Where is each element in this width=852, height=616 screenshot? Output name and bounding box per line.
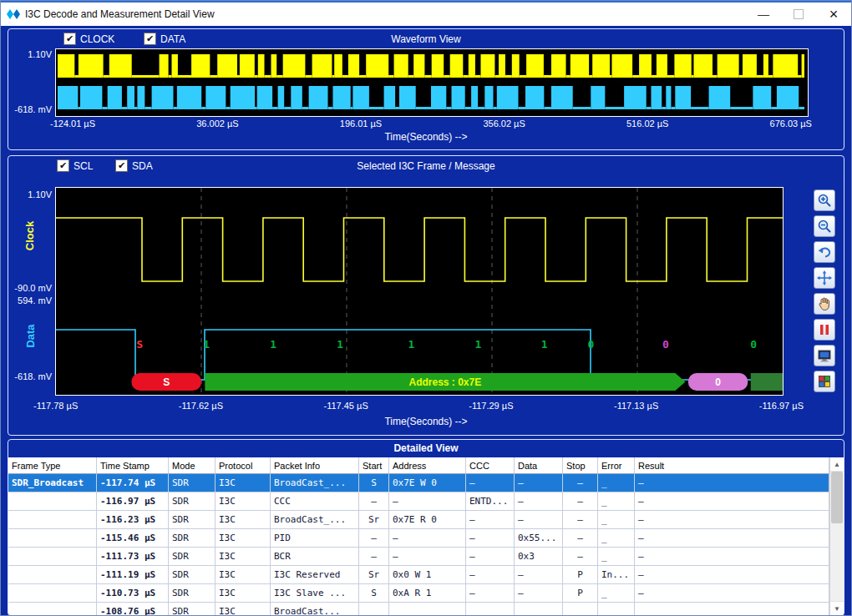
time-tick-label: 196.01 µS: [340, 119, 382, 129]
clock-top-label: 1.10V: [10, 189, 52, 199]
table-row[interactable]: -111.73 µSSDRI3CBCR–––0x3–_–: [8, 548, 829, 566]
clock-checkbox[interactable]: ✔ CLOCK: [63, 33, 114, 45]
title-bar: I3C Decode and Measurement Detail View —…: [1, 1, 851, 26]
bit-annotation: 1: [203, 338, 210, 351]
table-cell: _: [598, 511, 635, 529]
checkbox-checked-icon: ✔: [57, 159, 69, 172]
table-cell: I3C: [216, 603, 271, 615]
time-tick-label: -117.45 µS: [324, 401, 368, 411]
scl-checkbox[interactable]: ✔ SCL: [57, 159, 93, 172]
table-row[interactable]: -108.76 µSSDRI3CBroadCast...: [8, 603, 829, 615]
bit-annotation: 0: [750, 338, 757, 351]
table-cell: -111.73 µS: [97, 548, 169, 566]
table-cell: SDR: [169, 492, 216, 511]
table-cell: [515, 603, 563, 615]
decode-segment-label: S: [163, 376, 170, 388]
table-cell: –: [563, 529, 598, 548]
table-cell: _: [598, 584, 635, 603]
maximize-icon: [794, 9, 804, 19]
table-cell: In...: [598, 566, 635, 584]
table-cell: –: [635, 492, 829, 511]
data-checkbox[interactable]: ✔ DATA: [144, 33, 185, 45]
decode-segment[interactable]: [751, 373, 783, 391]
sda-checkbox[interactable]: ✔ SDA: [115, 159, 153, 172]
column-header: Stop: [563, 457, 598, 474]
scroll-up-button[interactable]: ▲: [830, 457, 844, 472]
table-cell: SDR: [169, 474, 216, 492]
table-scrollbar[interactable]: ▲ ▼: [829, 457, 844, 615]
time-tick-label: 36.002 µS: [196, 119, 238, 129]
time-tick-label: -117.29 µS: [469, 401, 513, 411]
table-row[interactable]: -110.73 µSSDRI3CI3C Slave ...S0xA R 1––P…: [8, 584, 829, 603]
decode-segment-label: 0: [715, 376, 721, 388]
decode-table: Frame TypeTime StampModeProtocolPacket I…: [8, 457, 829, 615]
bit-annotation: 1: [408, 338, 414, 351]
screenshot-button[interactable]: [814, 345, 835, 366]
app-window: I3C Decode and Measurement Detail View —…: [0, 0, 852, 616]
time-tick-label: -117.78 µS: [33, 401, 78, 411]
table-row[interactable]: -115.46 µSSDRI3CPID–––0x55...–_–: [8, 529, 829, 548]
bit-annotation: 1: [541, 338, 548, 351]
table-cell: _: [598, 474, 635, 492]
table-cell: P: [563, 566, 598, 584]
undo-icon: [817, 245, 832, 260]
minimize-button[interactable]: —: [746, 3, 781, 26]
data-top-label: 594. mV: [10, 295, 52, 305]
table-cell: [8, 603, 97, 615]
table-cell: I3C: [216, 492, 271, 511]
table-cell: [8, 548, 97, 566]
screenshot-icon: [817, 348, 832, 363]
table-cell: –: [466, 584, 515, 603]
table-cell: [359, 603, 389, 615]
time-tick-label: -116.97 µS: [759, 401, 804, 411]
y-axis-top-label: 1.10V: [10, 49, 52, 59]
table-cell: –: [359, 548, 389, 566]
pan-icon: [817, 270, 832, 285]
waveform-view-panel: Waveform View ✔ CLOCK ✔ DATA 1.10V -618.…: [8, 28, 844, 150]
maximize-button[interactable]: [781, 3, 816, 26]
table-cell: _: [598, 529, 635, 548]
table-cell: –: [389, 529, 466, 548]
table-cell: [8, 584, 97, 603]
pan-button[interactable]: [814, 267, 835, 289]
table-cell: I3C: [216, 566, 271, 584]
table-row[interactable]: SDR_Broadcast-117.74 µSSDRI3CBroadCast_.…: [8, 474, 829, 492]
undo-button[interactable]: [814, 241, 835, 263]
table-row[interactable]: -116.23 µSSDRI3CBroadCast_...Sr0x7E R 0–…: [8, 511, 829, 529]
column-header: Protocol: [216, 457, 271, 474]
table-cell: _: [598, 492, 635, 511]
checkbox-checked-icon: ✔: [115, 159, 128, 172]
table-cell: –: [563, 511, 598, 529]
time-tick-label: -124.01 µS: [50, 119, 95, 129]
table-cell: CCC: [271, 492, 359, 511]
close-button[interactable]: ×: [816, 3, 851, 26]
overview-waveform[interactable]: [55, 48, 809, 117]
palette-icon: [817, 374, 832, 389]
y-axis-bottom-label: -618. mV: [10, 104, 52, 114]
table-cell: –: [389, 548, 466, 566]
color-palette-button[interactable]: [814, 371, 835, 392]
scroll-down-button[interactable]: ▼: [830, 601, 844, 615]
zoom-in-button[interactable]: [814, 189, 835, 211]
scrollbar-thumb[interactable]: [831, 472, 843, 523]
table-header-row: Frame TypeTime StampModeProtocolPacket I…: [8, 457, 829, 474]
table-cell: -116.23 µS: [97, 511, 169, 529]
frame-waveform[interactable]: SAddress : 0x7E0S111111000: [55, 187, 784, 396]
table-cell: –: [515, 474, 563, 492]
sda-checkbox-label: SDA: [132, 160, 153, 172]
column-header: Error: [598, 457, 635, 474]
table-row[interactable]: -111.19 µSSDRI3CI3C ReservedSr0x0 W 1––P…: [8, 566, 829, 584]
hand-pan-button[interactable]: [814, 293, 835, 315]
table-cell: –: [515, 492, 563, 511]
table-row[interactable]: -116.97 µSSDRI3CCCC––ENTD...––_–: [8, 492, 829, 511]
pause-button[interactable]: [814, 319, 835, 341]
table-cell: –: [635, 584, 829, 603]
table-cell: [8, 566, 97, 584]
table-cell: -111.19 µS: [97, 566, 169, 584]
table-cell: –: [466, 548, 515, 566]
table-cell: -115.46 µS: [97, 529, 169, 548]
column-header: Frame Type: [8, 457, 97, 474]
frame-view-panel: Selected I3C Frame / Message ✔ SCL ✔ SDA…: [8, 155, 844, 436]
table-cell: –: [635, 511, 829, 529]
zoom-out-button[interactable]: [814, 215, 835, 237]
